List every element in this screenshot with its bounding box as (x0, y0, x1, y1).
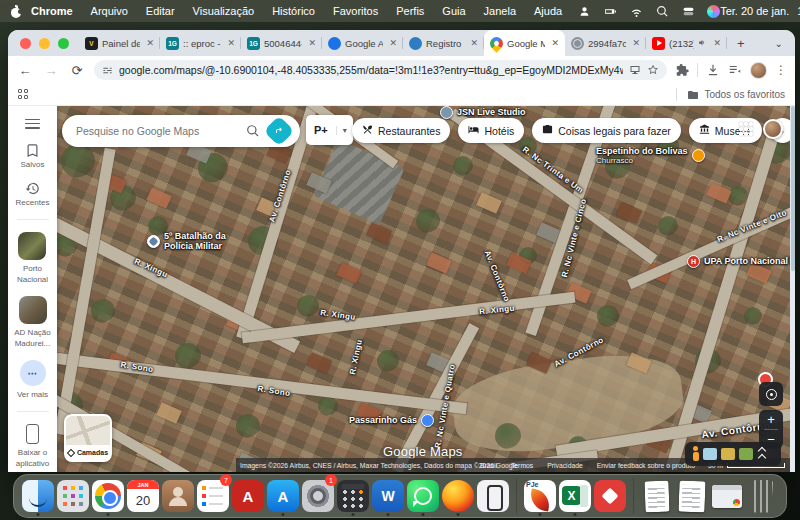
layers-widget[interactable]: Camadas (64, 414, 112, 462)
dock-item-doc-1[interactable] (641, 476, 673, 516)
filter-chip-hotel[interactable]: Hotéis (458, 118, 524, 143)
chrome-menu-icon[interactable]: ⋮ (775, 63, 787, 77)
battery-icon[interactable] (603, 4, 617, 18)
dock-item-finder[interactable] (22, 476, 54, 516)
browser-tab-hash[interactable]: 2994fa7c✕ (565, 30, 646, 56)
menu-item-favoritos[interactable]: Favoritos (324, 5, 387, 17)
dock-item-whatsapp[interactable] (407, 476, 439, 516)
dock-item-minimized-window[interactable] (711, 476, 743, 516)
browser-tab-registro[interactable]: Registro d✕ (403, 30, 484, 56)
filter-chip-restaurant[interactable]: Restaurantes (352, 118, 450, 143)
browser-tab-eproc[interactable]: 1G:: eproc - ✕ (160, 30, 241, 56)
sidebar-place-ad-nacao[interactable]: AD Nação Madurei... (14, 296, 50, 348)
minimize-window-button[interactable] (39, 38, 50, 49)
my-location-button[interactable] (759, 382, 783, 406)
dock-item-contacts[interactable] (162, 476, 194, 516)
maps-search-box[interactable]: Pesquise no Google Maps (62, 115, 300, 147)
pegman-icon[interactable] (691, 446, 699, 462)
dock-item-calculator[interactable] (337, 476, 369, 516)
browser-tab-agenda[interactable]: Google Ag✕ (322, 30, 403, 56)
close-window-button[interactable] (20, 38, 31, 49)
sidebar-item-ver-mais[interactable]: ⋯ Ver mais (17, 360, 48, 399)
menu-item-perfis[interactable]: Perfis (387, 5, 433, 17)
back-button[interactable]: ← (16, 63, 34, 78)
sidebar-item-recentes[interactable]: Recentes (16, 181, 50, 207)
profile-avatar[interactable] (750, 62, 767, 79)
dock-item-calendar[interactable]: JAN20 (127, 476, 159, 516)
reading-list-icon[interactable] (728, 63, 742, 77)
poi-label-batalhao[interactable]: 5º Batalhão daPolícia Militar (147, 231, 226, 252)
sidebar-item-salvos[interactable]: Salvos (20, 143, 44, 169)
layer-thumbnail[interactable] (721, 448, 735, 460)
tab-close-icon[interactable]: ✕ (711, 38, 721, 48)
browser-tab-painel[interactable]: VPainel de C✕ (79, 30, 160, 56)
account-avatar[interactable] (763, 119, 783, 139)
forward-button[interactable]: → (42, 63, 60, 78)
tab-close-icon[interactable]: ✕ (225, 38, 235, 48)
dock-item-iphone-mirroring[interactable] (477, 476, 509, 516)
dock-item-reminders[interactable]: 7 (197, 476, 229, 516)
tab-close-icon[interactable]: ✕ (549, 38, 559, 48)
tab-close-icon[interactable]: ✕ (630, 38, 640, 48)
menu-item-histórico[interactable]: Histórico (263, 5, 324, 17)
siri-icon[interactable] (707, 5, 720, 18)
menu-item-arquivo[interactable]: Arquivo (82, 5, 137, 17)
site-settings-icon[interactable] (102, 65, 113, 76)
layer-thumbnail[interactable] (739, 448, 753, 460)
dock-item-settings[interactable]: 1 (302, 476, 334, 516)
browser-tab-processo[interactable]: 1G5004644-✕ (241, 30, 322, 56)
fullscreen-window-button[interactable] (58, 38, 69, 49)
extensions-icon[interactable] (675, 63, 689, 77)
menu-item-chrome[interactable]: Chrome (22, 5, 82, 17)
dock-item-pje[interactable]: PJe (524, 476, 556, 516)
dock-item-excel[interactable] (559, 476, 591, 516)
dock-item-red-diamond[interactable] (594, 476, 626, 516)
all-bookmarks-button[interactable]: Todos os favoritos (687, 89, 785, 101)
tab-close-icon[interactable]: ✕ (387, 38, 397, 48)
footer-link[interactable]: Privacidade (547, 462, 583, 469)
menu-item-visualização[interactable]: Visualização (184, 5, 264, 17)
reload-button[interactable]: ⟳ (68, 63, 86, 78)
send-to-device-icon[interactable] (629, 64, 641, 76)
tab-close-icon[interactable]: ✕ (306, 38, 316, 48)
menu-item-guia[interactable]: Guia (433, 5, 474, 17)
tab-close-icon[interactable]: ✕ (468, 38, 478, 48)
wifi-icon[interactable] (629, 4, 643, 18)
page-scrollbar[interactable] (790, 106, 795, 472)
pt-extension-button[interactable]: P+ ▾ (306, 115, 353, 145)
tab-close-icon[interactable]: ✕ (144, 38, 154, 48)
filter-chip-camera[interactable]: Coisas legais para fazer (532, 118, 681, 143)
tab-search-chevron[interactable]: ⌄ (763, 30, 795, 56)
apps-grid-icon[interactable] (18, 89, 29, 100)
dock-item-doc-2[interactable] (676, 476, 708, 516)
menu-hamburger-icon[interactable] (25, 116, 40, 131)
dock-item-app-store[interactable]: A (267, 476, 299, 516)
new-tab-button[interactable]: + (727, 30, 755, 56)
poi-label-espetinho[interactable]: Espetinho do BolivasChurrasco (596, 146, 705, 166)
spotlight-search-icon[interactable] (655, 4, 669, 18)
menu-item-ajuda[interactable]: Ajuda (525, 5, 571, 17)
poi-label-upa[interactable]: HUPA Porto Nacional (687, 255, 788, 268)
dock-item-firefox[interactable] (442, 476, 474, 516)
layer-thumbnail[interactable] (703, 448, 717, 460)
sidebar-place-porto-nacional[interactable]: Porto Nacional (17, 232, 48, 284)
apple-menu-icon[interactable] (10, 4, 22, 18)
google-apps-grid-icon[interactable] (739, 122, 753, 136)
poi-label-passarinho[interactable]: Passarinho Gás (349, 414, 434, 427)
address-bar[interactable]: google.com/maps/@-10.6900104,-48.4053335… (94, 60, 667, 80)
chevron-down-icon[interactable]: ▾ (336, 126, 353, 135)
dock-item-acrobat[interactable]: A (232, 476, 264, 516)
footer-link[interactable]: Enviar feedback sobre o produto (597, 462, 695, 469)
downloads-icon[interactable] (706, 63, 720, 77)
dock-item-launchpad[interactable] (57, 476, 89, 516)
control-center-icon[interactable] (681, 4, 695, 18)
google-maps-canvas[interactable]: R. Nc Trinta e UmR. Nc Vinte e CincoR. N… (8, 106, 795, 472)
zoom-in-button[interactable]: + (759, 410, 783, 429)
bookmark-star-icon[interactable] (647, 64, 659, 76)
user-icon[interactable] (577, 4, 591, 18)
footer-link[interactable]: Termos (511, 462, 533, 469)
tab-audio-icon[interactable] (698, 38, 707, 49)
menu-item-janela[interactable]: Janela (475, 5, 525, 17)
browser-tab-youtube[interactable]: (2132)✕ (646, 30, 727, 56)
dock-item-chrome[interactable] (92, 476, 124, 516)
